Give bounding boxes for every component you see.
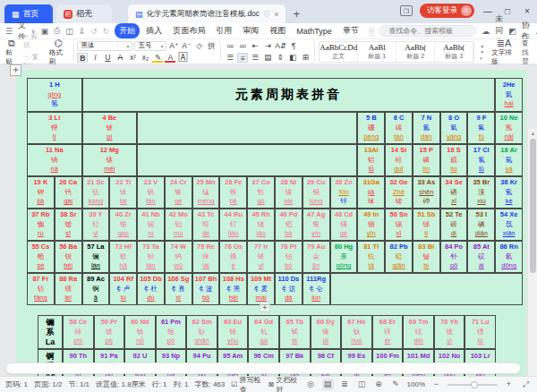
element-cell-77Ir[interactable]: 77 Ir铱yǐ bbox=[247, 241, 275, 273]
element-cell-21Sc[interactable]: 21 Sc钪kàng bbox=[82, 176, 110, 209]
borders-icon[interactable]: ⊞ bbox=[300, 53, 311, 63]
element-cell-85At[interactable]: 85 At砹ài bbox=[467, 241, 495, 273]
ribbon-tab-审阅[interactable]: 审阅 bbox=[238, 23, 263, 38]
redo-icon[interactable]: ↻ bbox=[103, 27, 110, 36]
element-cell-104Rf[interactable]: 104 Rf钅卢lú bbox=[109, 273, 137, 305]
web-view-icon[interactable]: ◫ bbox=[356, 379, 368, 390]
element-cell-83Bi[interactable]: 83 Bi铋bì bbox=[413, 241, 440, 273]
element-cell-65Tb[interactable]: 65 Tb铽tè bbox=[279, 315, 311, 349]
element-cell-26Fe[interactable]: 26 Fe铁tiě bbox=[219, 176, 247, 209]
status-item[interactable]: 字数: 463 bbox=[194, 379, 225, 389]
font-color-button[interactable]: A bbox=[165, 53, 175, 63]
tab-docer[interactable]: 稻 稻壳 bbox=[56, 4, 112, 23]
element-cell-46Pd[interactable]: 46 Pd钯bǎ bbox=[275, 209, 303, 241]
shading-icon[interactable]: ◧ bbox=[287, 53, 298, 63]
element-cell-35Br[interactable]: 35 Br溴xiù bbox=[467, 176, 495, 209]
element-cell-11Na[interactable]: 11 Na钠nà bbox=[27, 144, 82, 176]
sync-status-icon[interactable]: ☁ bbox=[482, 27, 490, 36]
page-view-icon[interactable]: ▤ bbox=[322, 379, 334, 390]
element-cell-47Ag[interactable]: 47 Ag银yín bbox=[303, 209, 330, 241]
element-cell-8O[interactable]: 8 O氧yǎng bbox=[440, 112, 468, 144]
pinyin-guide-icon[interactable]: 拼 bbox=[206, 41, 217, 51]
element-cell-43Tc[interactable]: 43 Tc锝dé bbox=[192, 209, 220, 241]
element-cell-79Au[interactable]: 79 Au金jīn bbox=[303, 241, 330, 273]
insert-row-plus-button[interactable]: + bbox=[260, 302, 270, 312]
element-cell-67Ho[interactable]: 67 Ho钬huǒ bbox=[341, 315, 372, 349]
align-right-icon[interactable]: ☰ bbox=[250, 53, 260, 63]
element-cell-38Sr[interactable]: 38 Sr锶sī bbox=[55, 209, 82, 241]
cut-button[interactable]: ✂ 剪切 bbox=[23, 32, 44, 50]
element-cell-109Mt[interactable]: 109 Mt钅麦mài bbox=[247, 273, 275, 305]
element-cell-32Ge[interactable]: 32 GeZhě锗 bbox=[385, 176, 413, 209]
status-item[interactable]: 列: 1 bbox=[174, 379, 189, 389]
eye-protect-icon[interactable]: ◎ bbox=[305, 379, 317, 390]
element-cell-16S[interactable]: 16 S硫liú bbox=[440, 144, 468, 176]
command-search[interactable] bbox=[379, 25, 476, 37]
element-cell-28Ni[interactable]: 28 Ni镍niè bbox=[275, 176, 303, 209]
status-item[interactable]: 页面: 1/2 bbox=[34, 379, 63, 389]
scroll-up-icon[interactable]: ▲ bbox=[528, 129, 537, 138]
element-cell-14Si[interactable]: 14 Si硅guī bbox=[385, 144, 413, 176]
element-cell-60Nd[interactable]: 60 Nd钕nǚ bbox=[124, 315, 156, 349]
element-cell-86Rn[interactable]: 86 Rn氡dōng bbox=[495, 241, 523, 273]
hamburger-icon[interactable]: ☰ bbox=[5, 27, 13, 36]
more-ribbon-icon[interactable]: ▒ bbox=[369, 27, 374, 36]
align-left-icon[interactable]: ☰ bbox=[225, 53, 235, 63]
ribbon-tab-引用[interactable]: 引用 bbox=[211, 23, 236, 38]
print-icon[interactable]: ⎙ bbox=[54, 26, 60, 36]
element-cell-42Mo[interactable]: 42 Mo钼mù bbox=[165, 209, 192, 241]
ribbon-tab-章节[interactable]: 章节 bbox=[338, 23, 363, 38]
zoom-value[interactable]: 100% bbox=[407, 380, 425, 388]
spellcheck-toggle[interactable]: ☑ 拼写检查 bbox=[231, 375, 261, 392]
element-cell-68Er[interactable]: 68 Er铒ěr bbox=[372, 315, 404, 349]
search-input[interactable] bbox=[388, 27, 471, 35]
zoom-slider[interactable] bbox=[448, 384, 498, 386]
element-cell-10Ne[interactable]: 10 Ne氖nǎi bbox=[495, 112, 523, 144]
element-cell-108Hs[interactable]: 108 Hs钅黑hēi bbox=[219, 273, 247, 305]
tab-home[interactable]: ▦ 首页 bbox=[4, 4, 53, 23]
increase-indent-icon[interactable]: ⇥ bbox=[262, 41, 273, 51]
element-cell-59Pr[interactable]: 59 Pr镨pǔ bbox=[94, 315, 125, 349]
element-cell-63Eu[interactable]: 63 Eu铕yǒu bbox=[217, 315, 249, 349]
font-name-select[interactable]: 黑体▾ bbox=[77, 41, 132, 51]
table-title[interactable]: 元素周期表拼音 bbox=[82, 78, 496, 112]
element-cell-23V[interactable]: 23 V钒fán bbox=[137, 176, 165, 209]
element-cell-39Y[interactable]: 39 Y钇yǐ bbox=[82, 209, 110, 241]
bullet-list-icon[interactable]: ≔ bbox=[225, 41, 235, 51]
element-cell-49In[interactable]: 49 In铟yīn bbox=[357, 209, 385, 241]
ribbon-tab-开始[interactable]: 开始 bbox=[115, 23, 140, 38]
underline-button[interactable]: U bbox=[102, 53, 113, 63]
element-cell-5B[interactable]: 5 B硼péng bbox=[357, 112, 385, 144]
element-cell-48Cd[interactable]: 48 Cd镉gé bbox=[330, 209, 358, 241]
empty-cell[interactable] bbox=[137, 112, 357, 144]
style-card-标题 3[interactable]: AaBb(标题 3 bbox=[435, 42, 473, 62]
style-card-标题 2[interactable]: AaBb(标题 2 bbox=[396, 42, 435, 62]
element-cell-24Cr[interactable]: 24 Cr铬gè bbox=[165, 176, 192, 209]
style-more-icon[interactable]: ▾ bbox=[480, 55, 484, 61]
new-tab-button[interactable]: + bbox=[293, 7, 300, 21]
element-cell-55Cs[interactable]: 55 Cs铯sè bbox=[27, 241, 55, 273]
element-cell-29Cu[interactable]: 29 Cu铜tóng bbox=[303, 176, 330, 209]
element-cell-2He[interactable]: 2He氦hài bbox=[495, 78, 523, 112]
ribbon-tab-MathType[interactable]: MathType bbox=[292, 25, 337, 38]
element-cell-30Zn[interactable]: 30 ZnXīn锌 bbox=[330, 176, 358, 209]
paste-button[interactable]: ⧉ 粘贴 bbox=[4, 38, 20, 66]
element-cell-22Ti[interactable]: 22 Ti钛tài bbox=[109, 176, 137, 209]
tab-document[interactable]: ▤ 化学元素周期表简谱注音模板.doc ♡ × bbox=[128, 4, 286, 23]
close-tab-icon[interactable]: × bbox=[274, 10, 278, 19]
clear-format-icon[interactable]: ◇ bbox=[193, 41, 204, 51]
element-cell-57La[interactable]: 57 La镧lán bbox=[82, 241, 110, 273]
status-item[interactable]: 设置值: 1.8厘米 bbox=[96, 379, 146, 389]
ribbon-tab-视图[interactable]: 视图 bbox=[265, 23, 290, 38]
element-cell-3Li[interactable]: 3 Li锂lǐ bbox=[27, 112, 82, 144]
element-cell-45Rh[interactable]: 45 Rh铑lǎo bbox=[247, 209, 275, 241]
element-cell-88Ra[interactable]: 88 Ra镭léi bbox=[55, 273, 82, 305]
element-cell-52Te[interactable]: 52 Te碲dì bbox=[440, 209, 468, 241]
element-cell-1H[interactable]: 1 Hqīng氢 bbox=[27, 78, 82, 112]
undo-icon[interactable]: ↺ bbox=[90, 27, 98, 36]
element-cell-15P[interactable]: 15 P磷lín bbox=[413, 144, 440, 176]
element-cell-111Rg[interactable]: 111Rg钅仑lún bbox=[303, 273, 330, 305]
element-cell-18Ar[interactable]: 18 Ar氩yà bbox=[495, 144, 523, 176]
ribbon-tab-页面布局[interactable]: 页面布局 bbox=[168, 23, 209, 38]
element-cell-7N[interactable]: 7 N氮dàn bbox=[413, 112, 440, 144]
